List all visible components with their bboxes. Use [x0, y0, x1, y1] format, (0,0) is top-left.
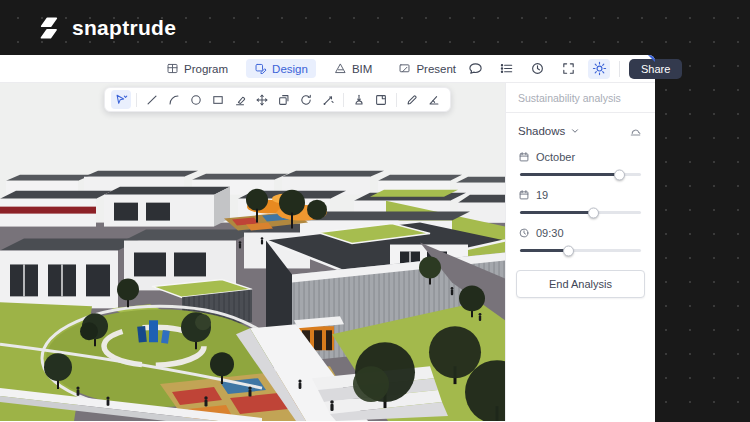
list-icon[interactable]	[495, 59, 517, 79]
eraser-tool-icon[interactable]	[230, 90, 250, 109]
top-brand-bar: snaptrude	[0, 0, 750, 55]
calendar-icon	[518, 189, 530, 201]
clock-icon	[518, 227, 530, 239]
time-value: 09:30	[536, 227, 564, 239]
drawing-toolbar	[104, 87, 451, 112]
toolbar-divider	[343, 93, 344, 107]
shadows-label[interactable]: Shadows	[518, 125, 565, 137]
month-value: October	[536, 151, 575, 163]
tab-bim-label: BIM	[352, 63, 372, 75]
mode-tabs: Program Design BIM Present	[158, 59, 464, 78]
measure-tool-icon[interactable]	[424, 90, 444, 109]
header-actions: Share	[464, 59, 690, 79]
radial-array-tool-icon[interactable]	[318, 90, 338, 109]
time-slider-thumb[interactable]	[563, 245, 574, 256]
panel-title: Sustainability analysis	[506, 83, 655, 112]
tab-design[interactable]: Design	[246, 59, 316, 78]
cloud-icon[interactable]	[628, 123, 643, 138]
present-icon	[398, 62, 411, 75]
tab-present-label: Present	[416, 63, 456, 75]
month-slider-thumb[interactable]	[614, 169, 625, 180]
share-button[interactable]: Share	[629, 59, 682, 79]
tab-program-label: Program	[184, 63, 228, 75]
calendar-icon	[518, 151, 530, 163]
sun-icon[interactable]	[588, 59, 610, 79]
push-pull-tool-icon[interactable]	[349, 90, 369, 109]
chevron-down-icon[interactable]	[570, 126, 580, 136]
design-pen-icon	[254, 62, 267, 75]
circle-tool-icon[interactable]	[186, 90, 206, 109]
pen-tool-icon[interactable]	[402, 90, 422, 109]
copy-tool-icon[interactable]	[274, 90, 294, 109]
day-slider[interactable]	[520, 211, 641, 214]
arc-tool-icon[interactable]	[164, 90, 184, 109]
tab-design-label: Design	[272, 63, 308, 75]
snaptrude-logo-icon	[36, 15, 62, 41]
bim-icon	[334, 62, 347, 75]
window-header: Program Design BIM Present	[0, 55, 655, 83]
rotate-tool-icon[interactable]	[296, 90, 316, 109]
fit-view-icon[interactable]	[557, 59, 579, 79]
window-body: Sustainability analysis Shadows October	[0, 83, 655, 421]
history-icon[interactable]	[526, 59, 548, 79]
move-tool-icon[interactable]	[252, 90, 272, 109]
day-value: 19	[536, 189, 548, 201]
time-slider-row: 09:30	[506, 218, 655, 256]
section-tool-icon[interactable]	[371, 90, 391, 109]
day-slider-thumb[interactable]	[588, 207, 599, 218]
day-slider-row: 19	[506, 180, 655, 218]
select-tool-icon[interactable]	[111, 90, 131, 109]
grid-icon	[166, 62, 179, 75]
comment-icon[interactable]	[464, 59, 486, 79]
brand-name: snaptrude	[72, 16, 176, 40]
shadows-mode-row: Shadows	[506, 113, 655, 142]
tab-present[interactable]: Present	[390, 59, 464, 78]
campus-3d-model	[0, 83, 505, 421]
sustainability-panel: Sustainability analysis Shadows October	[505, 83, 655, 421]
toolbar-divider	[396, 93, 397, 107]
header-divider	[619, 61, 620, 77]
month-slider-row: October	[506, 142, 655, 180]
app-window: Program Design BIM Present	[0, 55, 655, 422]
rectangle-tool-icon[interactable]	[208, 90, 228, 109]
time-slider[interactable]	[520, 249, 641, 252]
tab-program[interactable]: Program	[158, 59, 236, 78]
toolbar-divider	[136, 93, 137, 107]
tab-bim[interactable]: BIM	[326, 59, 380, 78]
line-tool-icon[interactable]	[142, 90, 162, 109]
3d-viewport[interactable]	[0, 83, 505, 421]
month-slider[interactable]	[520, 173, 641, 176]
end-analysis-button[interactable]: End Analysis	[516, 270, 645, 298]
